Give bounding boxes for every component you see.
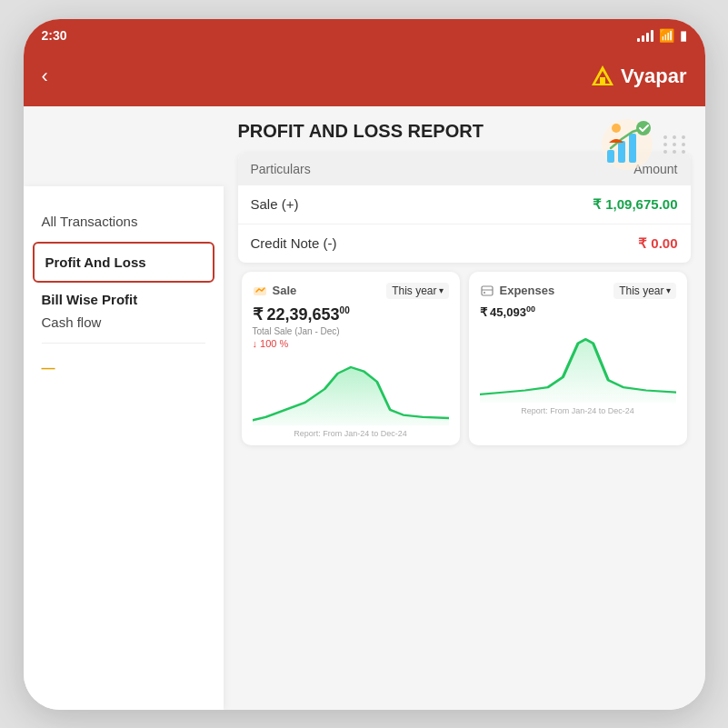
- expenses-card: Expenses This year ▾ ₹ 45,09300: [469, 272, 687, 445]
- sale-card-title: Sale: [273, 284, 297, 297]
- sale-growth: ↓ 100 %: [253, 338, 449, 349]
- expenses-amount: ₹ 45,09300: [480, 304, 676, 319]
- content-area: All Transactions Profit And Loss Bill Wi…: [24, 106, 705, 710]
- sidebar-item-cash-flow[interactable]: Cash flow: [24, 311, 224, 339]
- illustration-area: [598, 115, 687, 174]
- app-logo: Vyapar: [590, 64, 687, 89]
- sidebar-item-bill-wise-profit[interactable]: Bill Wise Profit: [24, 283, 224, 311]
- sidebar-item-profit-and-loss[interactable]: Profit And Loss: [33, 242, 214, 283]
- main-content: All Transactions Profit And Loss Bill Wi…: [24, 106, 705, 710]
- sale-report-label: Report: From Jan-24 to Dec-24: [253, 429, 449, 438]
- svg-rect-5: [618, 141, 625, 163]
- sale-filter-label: This year: [392, 284, 436, 297]
- svg-rect-2: [600, 77, 605, 84]
- status-time: 2:30: [42, 28, 67, 43]
- svg-rect-10: [482, 286, 493, 295]
- expenses-filter-dropdown[interactable]: This year ▾: [613, 283, 675, 299]
- bottom-cards: Sale This year ▾ ₹ 22,39,65300 Total S: [238, 272, 691, 445]
- col-particulars: Particulars: [251, 162, 311, 176]
- svg-rect-6: [629, 134, 636, 163]
- wifi-icon: 📶: [659, 28, 674, 43]
- sidebar: All Transactions Profit And Loss Bill Wi…: [24, 186, 224, 710]
- expenses-filter-label: This year: [619, 284, 663, 297]
- sale-amount: ₹ 22,39,65300: [253, 304, 449, 324]
- sale-value: ₹ 1,09,675.00: [593, 196, 677, 213]
- table-row-credit-note: Credit Note (-) ₹ 0.00: [238, 224, 691, 263]
- expenses-report-label: Report: From Jan-24 to Dec-24: [480, 406, 676, 415]
- sale-card-title-row: Sale: [253, 284, 297, 298]
- vyapar-logo-icon: [590, 64, 615, 89]
- svg-point-8: [612, 124, 621, 133]
- profit-loss-illustration: [598, 115, 656, 174]
- sale-label: Sale (+): [251, 196, 299, 212]
- sale-filter-dropdown[interactable]: This year ▾: [386, 283, 448, 299]
- sidebar-item-all-transactions[interactable]: All Transactions: [24, 201, 224, 242]
- sale-card-header: Sale This year ▾: [253, 283, 449, 299]
- credit-note-label: Credit Note (-): [251, 235, 337, 251]
- report-panel: PROFIT AND LOSS REPORT Particulars Amoun…: [224, 121, 705, 710]
- table-row-sale: Sale (+) ₹ 1,09,675.00: [238, 185, 691, 224]
- sidebar-divider: [42, 343, 205, 344]
- decorative-dots: [663, 135, 687, 154]
- expenses-card-header: Expenses This year ▾: [480, 283, 676, 299]
- sale-subtitle: Total Sale (Jan - Dec): [253, 326, 449, 336]
- sale-icon: [253, 284, 267, 298]
- sale-card: Sale This year ▾ ₹ 22,39,65300 Total S: [242, 272, 460, 445]
- expenses-card-title: Expenses: [500, 284, 555, 297]
- expenses-card-title-row: Expenses: [480, 284, 555, 298]
- expenses-icon: [480, 284, 494, 298]
- app-header: ‹ Vyapar: [24, 52, 705, 106]
- svg-point-7: [636, 121, 651, 135]
- expenses-chart: [480, 321, 676, 403]
- status-bar: 2:30 📶 ▮: [24, 19, 705, 52]
- sale-chart: [253, 353, 449, 425]
- sidebar-item-more[interactable]: —: [24, 347, 224, 388]
- back-button[interactable]: ‹: [42, 65, 48, 88]
- credit-note-value: ₹ 0.00: [638, 235, 677, 252]
- signal-icon: [637, 29, 653, 42]
- phone-frame: 2:30 📶 ▮ ‹: [24, 19, 705, 710]
- svg-point-11: [484, 292, 485, 294]
- status-icons: 📶 ▮: [637, 28, 687, 43]
- logo-text: Vyapar: [621, 65, 687, 88]
- svg-rect-4: [607, 150, 614, 163]
- battery-icon: ▮: [680, 28, 687, 43]
- chevron-down-icon-2: ▾: [666, 285, 671, 295]
- chevron-down-icon: ▾: [439, 285, 444, 295]
